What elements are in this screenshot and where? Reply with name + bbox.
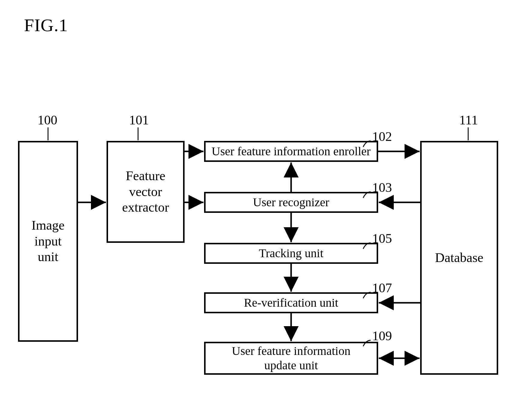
block-diagram: 100 101 102 103 105 107 109 111 Image in… [0, 0, 524, 420]
connections-svg [0, 0, 524, 420]
